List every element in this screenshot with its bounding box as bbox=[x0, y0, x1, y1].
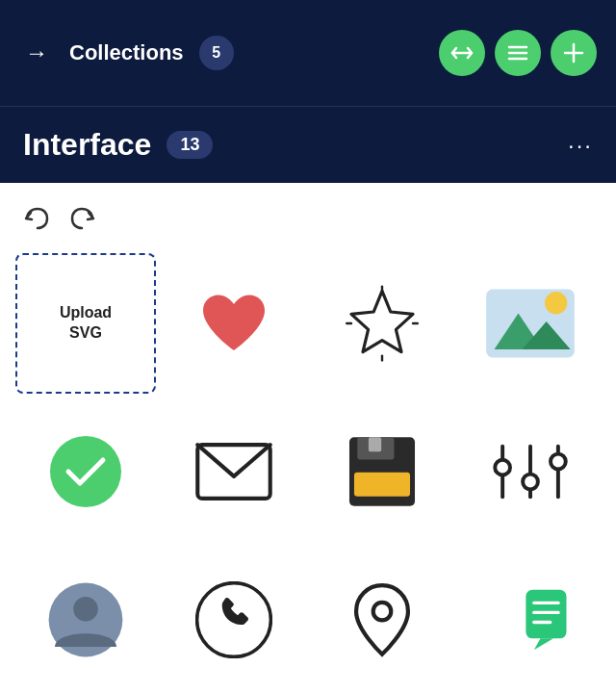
header: → Collections 5 bbox=[0, 0, 616, 106]
heart-icon-cell[interactable] bbox=[164, 253, 304, 394]
svg-marker-34 bbox=[534, 638, 553, 650]
mail-icon bbox=[194, 440, 273, 503]
heart-icon bbox=[195, 289, 272, 358]
floppy-disk-icon bbox=[346, 434, 419, 509]
list-button[interactable] bbox=[495, 30, 541, 76]
interface-title: Interface bbox=[23, 127, 151, 163]
sliders-icon-cell[interactable] bbox=[460, 401, 601, 542]
svg-marker-6 bbox=[351, 291, 413, 351]
collections-title: Collections bbox=[69, 40, 184, 65]
checkmark-icon-cell[interactable] bbox=[15, 401, 156, 542]
redo-button[interactable] bbox=[69, 206, 96, 238]
user-icon bbox=[47, 581, 124, 658]
undo-button[interactable] bbox=[23, 206, 50, 238]
svg-point-25 bbox=[551, 454, 566, 470]
svg-rect-19 bbox=[369, 437, 381, 451]
star-icon bbox=[344, 285, 421, 362]
svg-point-23 bbox=[523, 475, 538, 490]
interface-count-badge: 13 bbox=[167, 131, 213, 159]
checkmark-icon bbox=[50, 436, 121, 507]
upload-line2: SVG bbox=[69, 323, 102, 344]
chat-icon bbox=[492, 585, 569, 654]
upload-svg-button[interactable]: Upload SVG bbox=[15, 253, 156, 394]
add-icon bbox=[563, 42, 584, 64]
image-icon-cell[interactable] bbox=[460, 253, 601, 394]
redo-icon bbox=[69, 206, 96, 231]
collections-count-badge: 5 bbox=[199, 36, 234, 70]
svg-point-27 bbox=[73, 597, 98, 622]
star-icon-cell[interactable] bbox=[312, 253, 452, 394]
add-button[interactable] bbox=[551, 30, 597, 76]
toolbar bbox=[15, 198, 601, 253]
phone-icon-cell[interactable] bbox=[164, 550, 304, 690]
svg-point-14 bbox=[545, 292, 567, 314]
user-icon-cell[interactable] bbox=[15, 550, 156, 690]
svg-point-29 bbox=[373, 603, 392, 621]
upload-line1: Upload bbox=[60, 303, 112, 323]
sliders-icon bbox=[492, 438, 569, 505]
undo-icon bbox=[23, 206, 50, 231]
floppy-icon-cell[interactable] bbox=[312, 401, 452, 542]
sub-header: Interface 13 ··· bbox=[0, 106, 616, 183]
mail-icon-cell[interactable] bbox=[164, 401, 304, 542]
list-icon bbox=[506, 43, 529, 63]
phone-icon bbox=[195, 581, 272, 658]
resize-icon bbox=[450, 44, 474, 62]
location-pin-icon bbox=[347, 581, 417, 658]
more-options-button[interactable]: ··· bbox=[568, 132, 593, 159]
back-button[interactable]: → bbox=[19, 39, 54, 66]
resize-button[interactable] bbox=[439, 30, 485, 76]
image-icon bbox=[482, 285, 578, 362]
svg-point-21 bbox=[495, 460, 510, 475]
icon-grid: Upload SVG bbox=[15, 253, 601, 690]
content-area: Upload SVG bbox=[0, 183, 616, 693]
header-actions bbox=[439, 30, 597, 76]
svg-rect-17 bbox=[354, 473, 410, 497]
chat-icon-cell[interactable] bbox=[460, 550, 601, 690]
location-icon-cell[interactable] bbox=[312, 550, 452, 690]
